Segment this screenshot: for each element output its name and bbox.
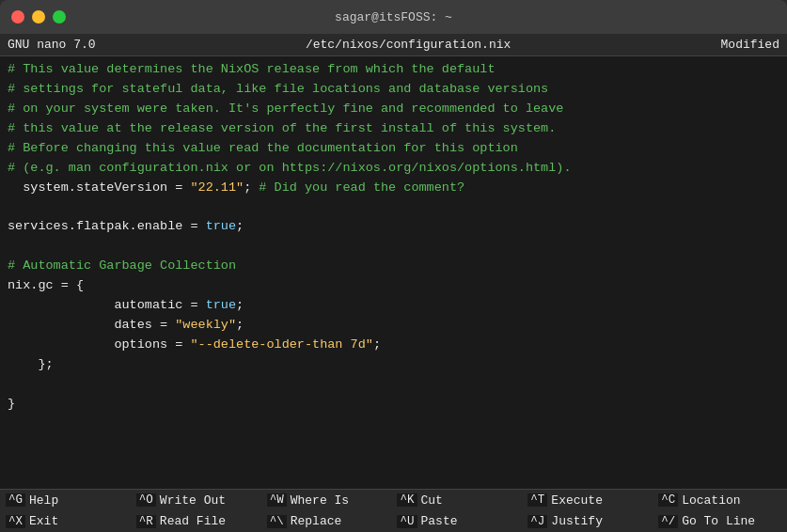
shortcut-exit[interactable]: ^X Exit (2, 513, 133, 529)
shortcut-key-justify: ^J (527, 515, 547, 528)
shortcut-key-location: ^C (658, 493, 678, 507)
shortcut-key-gotoline: ^/ (658, 515, 678, 528)
shortcut-cut[interactable]: ^K Cut (393, 493, 524, 509)
code-line: system.stateVersion = "22.11"; # Did you… (8, 179, 779, 198)
code-line: }; (8, 355, 779, 375)
shortcut-label-whereis: Where Is (291, 493, 349, 508)
shortcut-label-execute: Execute (551, 493, 603, 508)
blank-line (8, 375, 779, 395)
shortcut-label-location: Location (682, 493, 740, 508)
shortcut-key-execute: ^T (527, 493, 547, 507)
window-title: sagar@itsFOSS: ~ (335, 10, 452, 24)
shortcut-group: ^G Help ^O Write Out ^W Where Is ^K Cut (2, 490, 785, 532)
code-line: # This value determines the NixOS releas… (8, 60, 779, 80)
code-line: automatic = true; (8, 296, 779, 316)
status-bar-top: GNU nano 7.0 /etc/nixos/configuration.ni… (0, 34, 787, 56)
shortcut-writeout[interactable]: ^O Write Out (133, 493, 263, 509)
shortcut-row-2: ^X Exit ^R Read File ^\ Replace ^U Paste (2, 513, 785, 529)
blank-line (8, 237, 779, 257)
shortcut-label-writeout: Write Out (160, 493, 226, 508)
window-controls[interactable] (11, 10, 66, 23)
shortcut-label-help: Help (29, 493, 58, 508)
modified-status: Modified (721, 38, 779, 52)
shortcut-label-cut: Cut (421, 493, 443, 508)
close-button[interactable] (11, 10, 24, 23)
code-line: # (e.g. man configuration.nix or on http… (8, 159, 779, 179)
shortcut-key-help: ^G (6, 493, 25, 507)
code-line: options = "--delete-older-than 7d"; (8, 336, 779, 355)
shortcut-bar: ^G Help ^O Write Out ^W Where Is ^K Cut (0, 489, 787, 532)
blank-line (8, 197, 779, 217)
shortcut-label-replace: Replace (291, 514, 342, 528)
shortcut-key-paste: ^U (397, 515, 417, 528)
maximize-button[interactable] (53, 10, 66, 23)
code-line: # Automatic Garbage Collection (8, 257, 779, 276)
shortcut-paste[interactable]: ^U Paste (393, 513, 524, 529)
shortcut-readfile[interactable]: ^R Read File (133, 513, 263, 529)
shortcut-key-whereis: ^W (267, 493, 287, 507)
shortcut-label-exit: Exit (29, 514, 58, 528)
shortcut-execute[interactable]: ^T Execute (524, 493, 654, 509)
shortcut-key-readfile: ^R (136, 515, 156, 528)
shortcut-gotoline[interactable]: ^/ Go To Line (654, 513, 785, 529)
shortcut-key-exit: ^X (6, 515, 25, 528)
shortcut-key-cut: ^K (397, 493, 417, 507)
shortcut-justify[interactable]: ^J Justify (524, 513, 654, 529)
code-line: # Before changing this value read the do… (8, 139, 779, 159)
shortcut-whereis[interactable]: ^W Where Is (263, 493, 394, 509)
minimize-button[interactable] (32, 10, 45, 23)
code-editor[interactable]: # This value determines the NixOS releas… (0, 56, 787, 489)
shortcut-row-1: ^G Help ^O Write Out ^W Where Is ^K Cut (2, 493, 785, 509)
shortcuts: ^G Help ^O Write Out ^W Where Is ^K Cut (0, 489, 787, 532)
code-line: # on your system were taken. It's perfec… (8, 100, 779, 119)
file-path: /etc/nixos/configuration.nix (306, 38, 511, 52)
title-bar: sagar@itsFOSS: ~ (0, 0, 787, 34)
nano-version: GNU nano 7.0 (8, 38, 96, 52)
shortcut-replace[interactable]: ^\ Replace (263, 513, 394, 529)
editor-container: GNU nano 7.0 /etc/nixos/configuration.ni… (0, 34, 787, 532)
shortcut-help[interactable]: ^G Help (2, 493, 133, 509)
code-line: # this value at the release version of t… (8, 119, 779, 139)
shortcut-label-readfile: Read File (160, 514, 226, 528)
shortcut-location[interactable]: ^C Location (654, 493, 785, 509)
code-line: dates = "weekly"; (8, 316, 779, 336)
code-line: } (8, 395, 779, 415)
code-line: services.flatpak.enable = true; (8, 217, 779, 237)
shortcut-label-justify: Justify (551, 514, 603, 528)
shortcut-label-gotoline: Go To Line (682, 514, 755, 528)
shortcut-key-replace: ^\ (267, 515, 287, 528)
code-line: # settings for stateful data, like file … (8, 80, 779, 100)
shortcut-label-paste: Paste (421, 514, 458, 528)
shortcut-key-writeout: ^O (136, 493, 156, 507)
code-line: nix.gc = { (8, 276, 779, 296)
